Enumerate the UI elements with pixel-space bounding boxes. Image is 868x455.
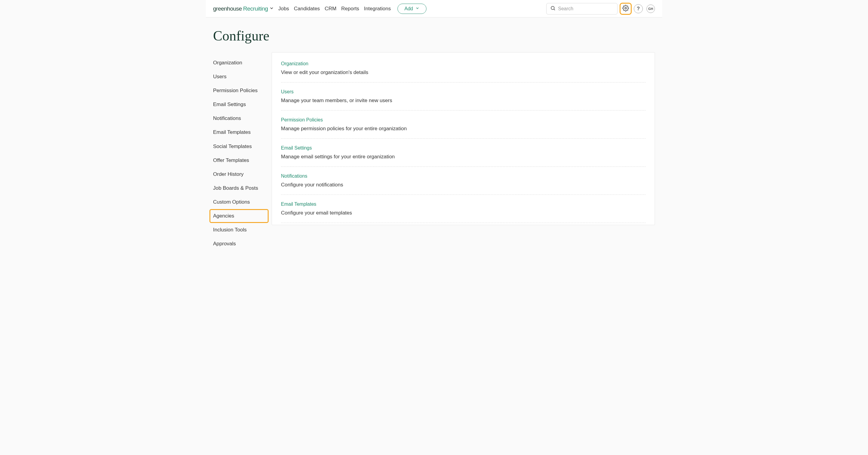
content-panel: Organization View or edit your organizat…	[272, 52, 655, 225]
brand-switcher[interactable]: greenhouse Recruiting	[213, 5, 274, 12]
section-desc: Configure your notifications	[281, 182, 646, 188]
sidebar-item-email-settings[interactable]: Email Settings	[210, 98, 268, 111]
gear-icon	[622, 5, 629, 12]
section-link-users[interactable]: Users	[281, 89, 294, 94]
section-desc: Manage permission policies for your enti…	[281, 126, 646, 132]
section-link-notifications[interactable]: Notifications	[281, 173, 307, 178]
sidebar-item-agencies[interactable]: Agencies	[210, 210, 268, 222]
nav-candidates[interactable]: Candidates	[294, 6, 320, 12]
sidebar-item-label: Social Templates	[213, 143, 252, 149]
sidebar-item-label: Approvals	[213, 241, 236, 247]
sidebar-item-custom-options[interactable]: Custom Options	[210, 196, 268, 208]
section-organization: Organization View or edit your organizat…	[281, 60, 646, 83]
chevron-down-icon	[269, 6, 274, 12]
section-link-email-settings[interactable]: Email Settings	[281, 145, 312, 150]
primary-nav: Jobs Candidates CRM Reports Integrations…	[278, 4, 427, 14]
section-desc: View or edit your organization's details	[281, 69, 646, 76]
sidebar-item-label: Email Templates	[213, 129, 250, 135]
nav-jobs[interactable]: Jobs	[278, 6, 289, 12]
sidebar-item-job-boards[interactable]: Job Boards & Posts	[210, 182, 268, 195]
sidebar-item-label: Offer Templates	[213, 158, 249, 163]
main-layout: Organization Users Permission Policies E…	[206, 52, 662, 251]
sidebar-item-label: Custom Options	[213, 199, 250, 205]
topbar: greenhouse Recruiting Jobs Candidates CR…	[206, 0, 662, 18]
search-icon	[550, 5, 556, 12]
sidebar-item-label: Order History	[213, 171, 244, 177]
sidebar-item-approvals[interactable]: Approvals	[210, 237, 268, 250]
sidebar-item-organization[interactable]: Organization	[210, 57, 268, 69]
sidebar: Organization Users Permission Policies E…	[206, 52, 272, 251]
section-link-email-templates[interactable]: Email Templates	[281, 201, 316, 207]
brand-word1: greenhouse	[213, 5, 242, 12]
section-email-settings: Email Settings Manage email settings for…	[281, 139, 646, 167]
settings-highlight	[621, 4, 630, 13]
sidebar-item-label: Email Settings	[213, 102, 246, 107]
sidebar-item-label: Job Boards & Posts	[213, 185, 258, 191]
sidebar-item-order-history[interactable]: Order History	[210, 168, 268, 181]
chevron-down-icon	[415, 6, 420, 11]
sidebar-item-inclusion-tools[interactable]: Inclusion Tools	[210, 224, 268, 236]
nav-integrations[interactable]: Integrations	[364, 6, 391, 12]
sidebar-item-notifications[interactable]: Notifications	[210, 112, 268, 125]
help-button[interactable]: ?	[634, 4, 643, 13]
section-desc: Configure your email templates	[281, 210, 646, 216]
brand-word2: Recruiting	[243, 5, 268, 12]
section-permission-policies: Permission Policies Manage permission po…	[281, 111, 646, 139]
section-desc: Manage your team members, or invite new …	[281, 97, 646, 104]
topbar-right: ? GH	[546, 3, 655, 15]
sidebar-item-users[interactable]: Users	[210, 70, 268, 83]
section-users: Users Manage your team members, or invit…	[281, 83, 646, 111]
section-notifications: Notifications Configure your notificatio…	[281, 167, 646, 195]
page-title: Configure	[206, 18, 662, 52]
nav-reports[interactable]: Reports	[341, 6, 360, 12]
sidebar-item-email-templates[interactable]: Email Templates	[210, 126, 268, 139]
sidebar-item-label: Permission Policies	[213, 88, 257, 93]
svg-point-0	[551, 6, 554, 10]
avatar[interactable]: GH	[647, 4, 655, 13]
settings-button[interactable]	[621, 4, 630, 13]
sidebar-item-permission-policies[interactable]: Permission Policies	[210, 84, 268, 97]
help-icon: ?	[637, 6, 640, 11]
sidebar-item-label: Users	[213, 74, 226, 80]
sidebar-item-social-templates[interactable]: Social Templates	[210, 140, 268, 153]
sidebar-item-label: Notifications	[213, 115, 241, 121]
section-link-permission-policies[interactable]: Permission Policies	[281, 117, 323, 122]
sidebar-item-label: Inclusion Tools	[213, 227, 247, 233]
avatar-initials: GH	[648, 7, 653, 10]
section-desc: Manage email settings for your entire or…	[281, 154, 646, 160]
search-input[interactable]	[558, 6, 614, 11]
global-search[interactable]	[546, 3, 618, 15]
add-button[interactable]: Add	[398, 4, 427, 14]
sidebar-item-label: Agencies	[213, 213, 234, 219]
section-link-organization[interactable]: Organization	[281, 61, 308, 66]
nav-crm[interactable]: CRM	[325, 6, 337, 12]
svg-line-1	[554, 9, 555, 10]
section-email-templates: Email Templates Configure your email tem…	[281, 195, 646, 223]
sidebar-item-label: Organization	[213, 60, 242, 65]
sidebar-item-offer-templates[interactable]: Offer Templates	[210, 154, 268, 167]
add-button-label: Add	[404, 6, 413, 11]
svg-point-2	[625, 7, 626, 9]
